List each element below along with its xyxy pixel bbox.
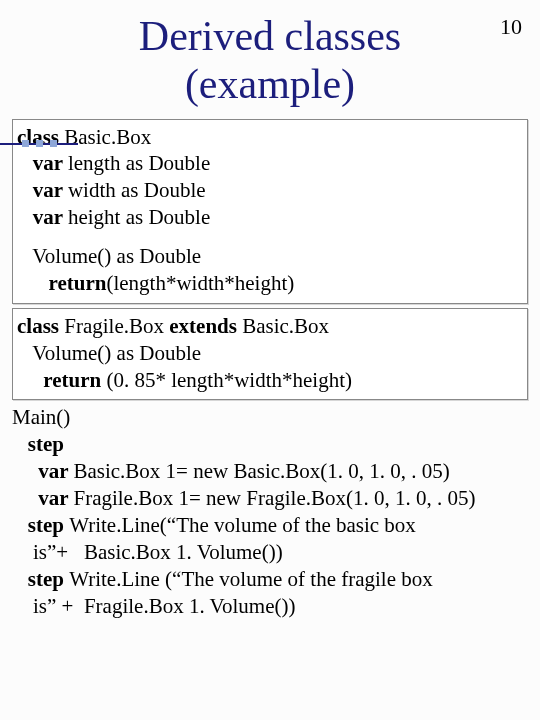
page-number: 10 — [500, 14, 522, 40]
title-line-2: (example) — [185, 61, 355, 107]
code-box-basicbox: class Basic.Box var length as Double var… — [12, 119, 528, 304]
code-line: var length as Double — [17, 150, 523, 177]
decor-square-icon — [22, 140, 29, 147]
code-box-fragilebox: class Fragile.Box extends Basic.Box Volu… — [12, 308, 528, 401]
code-main: Main() step var Basic.Box 1= new Basic.B… — [12, 404, 528, 619]
code-line: step Write.Line(“The volume of the basic… — [12, 512, 528, 539]
code-line: return (0. 85* length*width*height) — [17, 367, 523, 394]
code-line: var Fragile.Box 1= new Fragile.Box(1. 0,… — [12, 485, 528, 512]
title-line-1: Derived classes — [139, 13, 401, 59]
code-line: var Basic.Box 1= new Basic.Box(1. 0, 1. … — [12, 458, 528, 485]
code-line: class Fragile.Box extends Basic.Box — [17, 313, 523, 340]
code-line: Volume() as Double — [17, 340, 523, 367]
code-line: Volume() as Double — [17, 243, 523, 270]
decor-square-icon — [50, 140, 57, 147]
slide-title: Derived classes (example) — [0, 0, 540, 115]
code-line: Main() — [12, 404, 528, 431]
code-line: var height as Double — [17, 204, 523, 231]
code-line: step — [12, 431, 528, 458]
code-line: is”+ Basic.Box 1. Volume()) — [12, 539, 528, 566]
blank-line — [17, 231, 523, 243]
title-decor — [0, 136, 78, 150]
code-line: return(length*width*height) — [17, 270, 523, 297]
code-line: step Write.Line (“The volume of the frag… — [12, 566, 528, 593]
code-line: var width as Double — [17, 177, 523, 204]
code-line: is” + Fragile.Box 1. Volume()) — [12, 593, 528, 620]
code-line: class Basic.Box — [17, 124, 523, 151]
decor-square-icon — [36, 140, 43, 147]
